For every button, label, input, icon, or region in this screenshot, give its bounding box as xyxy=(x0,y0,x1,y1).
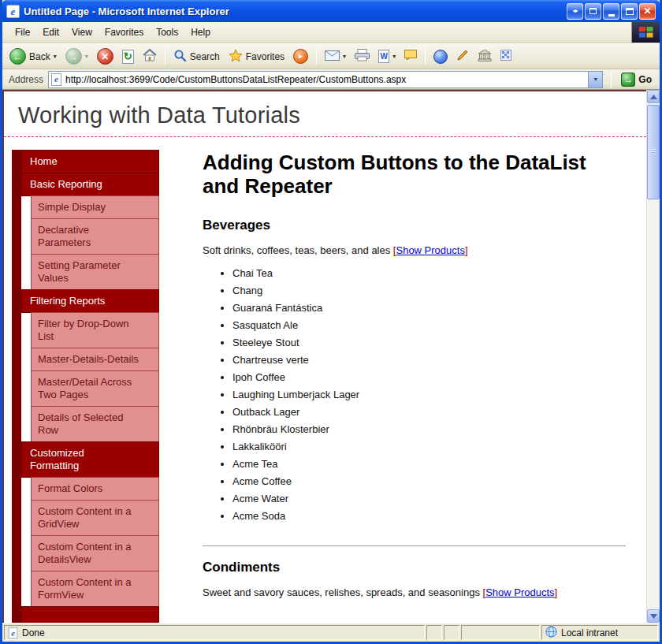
category-desc-text: Sweet and savory sauces, relishes, sprea… xyxy=(203,586,480,598)
title-window-button[interactable] xyxy=(585,3,601,20)
favorites-button[interactable]: Favorites xyxy=(225,47,288,67)
close-button[interactable]: ✕ xyxy=(639,3,656,20)
status-panel-small xyxy=(444,625,459,640)
scroll-down-button[interactable] xyxy=(647,609,660,623)
toolbar-separator xyxy=(611,71,612,88)
address-input[interactable]: e http://localhost:3699/Code/CustomButto… xyxy=(48,71,603,88)
sidebar-item-master-detail-across-two-pages[interactable]: Master/Detail Across Two Pages xyxy=(31,370,159,407)
discuss-button[interactable] xyxy=(400,47,421,65)
go-label: Go xyxy=(638,74,652,85)
bracket-close: ] xyxy=(555,586,558,598)
edit-word-icon: W xyxy=(378,50,389,63)
category-section-condiments: Condiments Sweet and savory sauces, reli… xyxy=(203,560,626,598)
maximize-icon xyxy=(626,8,634,15)
sidebar-item-simple-display[interactable]: Simple Display xyxy=(31,195,159,219)
sidebar-item-custom-content-in-a-gridview[interactable]: Custom Content in a GridView xyxy=(31,500,159,536)
home-icon xyxy=(143,49,157,64)
favorites-star-icon xyxy=(229,49,243,65)
messenger-button[interactable] xyxy=(430,47,452,66)
edit-button[interactable]: W ▾ xyxy=(374,47,400,65)
media-button[interactable]: ▸ xyxy=(289,47,312,66)
back-dropdown-icon[interactable]: ▾ xyxy=(54,53,57,60)
address-dropdown-button[interactable]: ▾ xyxy=(588,72,602,87)
sidebar-item-customized-formatting[interactable]: Customized Formatting xyxy=(21,441,159,478)
scrollbar-thumb[interactable] xyxy=(647,105,660,199)
product-item: Ipoh Coffee xyxy=(232,371,626,383)
address-bar: Address e http://localhost:3699/Code/Cus… xyxy=(2,69,660,90)
site-title: Working with Data Tutorials xyxy=(18,102,646,128)
sidebar-item-format-colors[interactable]: Format Colors xyxy=(31,477,159,501)
sidebar-accent-strip xyxy=(12,150,21,623)
web-page: Working with Data Tutorials HomeBasic Re… xyxy=(2,90,646,623)
minimize-button[interactable] xyxy=(603,3,619,20)
search-button[interactable]: Search xyxy=(169,47,224,67)
search-label: Search xyxy=(190,51,220,62)
stop-button[interactable]: ✕ xyxy=(93,46,117,67)
mail-button[interactable]: ▾ xyxy=(321,48,350,65)
sidebar-nav: HomeBasic ReportingSimple DisplayDeclara… xyxy=(12,150,159,623)
go-button[interactable]: → Go xyxy=(619,71,656,88)
sidebar-item-basic-reporting[interactable]: Basic Reporting xyxy=(21,173,159,196)
refresh-button[interactable]: ↻ xyxy=(118,47,138,66)
left-right-arrows-icon: ◂▸ xyxy=(572,8,577,14)
category-name: Condiments xyxy=(203,560,626,575)
menu-help[interactable]: Help xyxy=(184,24,217,41)
menu-view[interactable]: View xyxy=(65,24,99,41)
sidebar-item-declarative-parameters[interactable]: Declarative Parameters xyxy=(31,218,159,255)
product-item: Chai Tea xyxy=(232,267,626,279)
home-button[interactable] xyxy=(139,47,161,66)
sidebar-item-partial[interactable] xyxy=(21,606,159,623)
title-bar[interactable]: e Untitled Page - Microsoft Internet Exp… xyxy=(2,0,660,22)
minimize-icon xyxy=(608,14,615,17)
window-title: Untitled Page - Microsoft Internet Explo… xyxy=(24,6,567,17)
forward-button[interactable]: → ▾ xyxy=(61,46,92,67)
product-item: Acme Soda xyxy=(232,510,626,522)
sidebar-item-custom-content-in-a-formview[interactable]: Custom Content in a FormView xyxy=(31,571,159,607)
sidebar-item-setting-parameter-values[interactable]: Setting Parameter Values xyxy=(31,254,159,290)
product-item: Outback Lager xyxy=(232,406,626,418)
address-label: Address xyxy=(9,74,43,85)
product-item: Lakkalikööri xyxy=(232,441,626,452)
mail-icon xyxy=(325,50,340,63)
bank-button[interactable] xyxy=(474,47,496,66)
grid-button[interactable] xyxy=(496,47,515,65)
sidebar-item-master-details-details[interactable]: Master-Details-Details xyxy=(31,348,159,371)
ie-window: e Untitled Page - Microsoft Internet Exp… xyxy=(0,0,662,644)
edit-dropdown-icon[interactable]: ▾ xyxy=(392,53,396,60)
sidebar-item-filter-by-drop-down-list[interactable]: Filter by Drop-Down List xyxy=(31,312,159,348)
stop-icon: ✕ xyxy=(97,48,113,65)
product-item: Acme Water xyxy=(232,493,626,504)
forward-dropdown-icon: ▾ xyxy=(85,53,88,60)
sidebar-item-details-of-selected-row[interactable]: Details of Selected Row xyxy=(31,406,159,442)
media-icon: ▸ xyxy=(293,49,308,64)
forward-icon: → xyxy=(65,48,82,65)
menu-tools[interactable]: Tools xyxy=(150,24,184,41)
show-products-link[interactable]: Show Products xyxy=(485,586,554,598)
product-item: Laughing Lumberjack Lager xyxy=(232,389,626,400)
zone-label: Local intranet xyxy=(561,627,618,638)
maximize-button[interactable] xyxy=(621,3,638,20)
print-button[interactable] xyxy=(351,47,374,66)
sidebar-item-home[interactable]: Home xyxy=(21,150,159,173)
back-button[interactable]: ← Back ▾ xyxy=(6,46,61,67)
globe-icon xyxy=(545,626,557,640)
vertical-scrollbar[interactable] xyxy=(646,90,660,623)
category-name: Beverages xyxy=(203,218,626,233)
sidebar-item-custom-content-in-a-detailsview[interactable]: Custom Content in a DetailsView xyxy=(31,535,159,571)
scroll-up-button[interactable] xyxy=(647,90,660,103)
pen-button[interactable] xyxy=(452,47,473,66)
menu-favorites[interactable]: Favorites xyxy=(99,24,150,41)
mail-dropdown-icon[interactable]: ▾ xyxy=(343,53,346,60)
messenger-sphere-icon xyxy=(433,50,448,64)
product-item: Steeleye Stout xyxy=(232,337,626,348)
show-products-link[interactable]: Show Products xyxy=(396,244,464,256)
scrollbar-track[interactable] xyxy=(647,103,660,609)
close-icon: ✕ xyxy=(643,6,651,16)
title-arrows-button[interactable]: ◂▸ xyxy=(567,3,583,20)
arrow-down-icon xyxy=(650,614,657,619)
menu-file[interactable]: File xyxy=(9,24,36,41)
sidebar-item-filtering-reports[interactable]: Filtering Reports xyxy=(21,289,159,313)
status-text: Done xyxy=(22,627,45,638)
page-icon: e xyxy=(51,73,61,86)
menu-edit[interactable]: Edit xyxy=(36,24,65,41)
